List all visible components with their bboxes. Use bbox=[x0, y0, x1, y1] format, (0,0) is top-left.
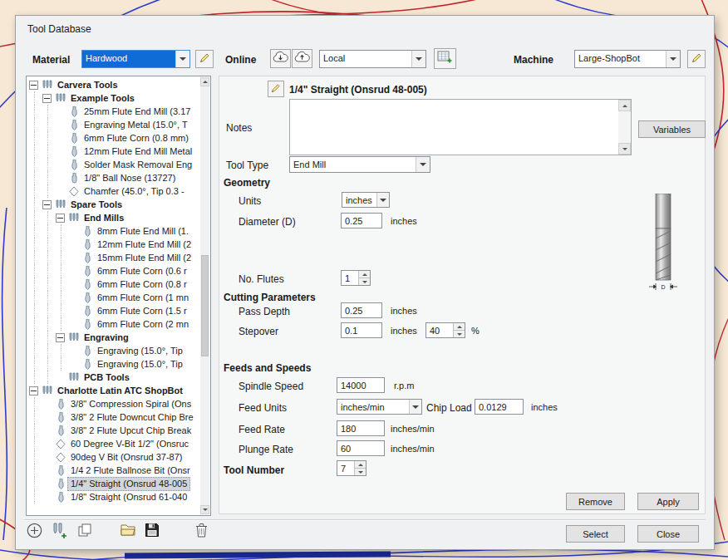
notes-textarea[interactable] bbox=[289, 99, 632, 155]
edit-material-button[interactable] bbox=[195, 50, 214, 68]
tree-item-18[interactable]: 6mm Flute Corn (2 mn bbox=[28, 317, 199, 331]
scroll-down-icon[interactable] bbox=[200, 505, 209, 514]
tree-collapse-icon[interactable] bbox=[56, 333, 65, 342]
tree-item-label[interactable]: 6mm Flute Corn (2 mn bbox=[94, 317, 192, 332]
tree-item-17[interactable]: 6mm Flute Corn (1.5 r bbox=[28, 304, 199, 317]
tree-item-4[interactable]: 6mm Flute Corn (0.8 mm) bbox=[28, 131, 199, 145]
tree-item-label[interactable]: 6mm Flute Corn (1 mn bbox=[94, 291, 192, 305]
tree-item-14[interactable]: 6mm Flute Corn (0.6 r bbox=[28, 264, 199, 278]
plunge-rate-input[interactable]: 60 bbox=[337, 440, 385, 456]
tree-item-label[interactable]: Charlotte Latin ATC ShopBot bbox=[54, 384, 186, 398]
scrollbar-thumb[interactable] bbox=[201, 255, 209, 356]
tree-item-0[interactable]: Carvera Tools bbox=[28, 78, 199, 91]
tree-item-label[interactable]: 60 Degree V-Bit 1/2" (Onsruc bbox=[67, 437, 192, 451]
tree-item-20[interactable]: Engraving (15.0°, Tip bbox=[28, 344, 199, 357]
notes-scrollbar[interactable] bbox=[618, 100, 631, 155]
tree-item-15[interactable]: 6mm Flute Corn (0.8 r bbox=[28, 278, 199, 291]
tree-item-8[interactable]: Chamfer (45.0°, Tip 0.3 - bbox=[28, 184, 199, 198]
save-database-button[interactable] bbox=[142, 522, 162, 542]
open-database-button[interactable] bbox=[118, 522, 138, 542]
machine-combobox[interactable]: Large-ShopBot bbox=[574, 50, 681, 68]
tree-item-label[interactable]: 3/8" 2 Flute Upcut Chip Break bbox=[67, 424, 194, 438]
tree-item-label[interactable]: 3/8" 2 Flute Downcut Chip Bre bbox=[67, 410, 197, 425]
tree-collapse-icon[interactable] bbox=[56, 214, 65, 223]
tree-collapse-icon[interactable] bbox=[42, 200, 52, 209]
material-combobox[interactable]: Hardwood bbox=[81, 50, 190, 68]
tree-item-label[interactable]: 1/4 2 Flute Ballnose Bit (Onsr bbox=[67, 464, 194, 478]
tree-item-label[interactable]: 12mm Flute End Mill (2 bbox=[94, 238, 194, 252]
copy-tool-button[interactable] bbox=[75, 522, 95, 542]
tree-item-3[interactable]: Engraving Metal (15.0°, T bbox=[28, 118, 199, 131]
tree-item-label[interactable]: Carvera Tools bbox=[54, 78, 121, 92]
close-button[interactable]: Close bbox=[637, 525, 699, 543]
tree-item-23[interactable]: Charlotte Latin ATC ShopBot bbox=[28, 384, 199, 397]
spin-up-icon[interactable] bbox=[359, 271, 370, 278]
add-tool-button[interactable] bbox=[24, 522, 44, 542]
tree-scrollbar[interactable] bbox=[200, 77, 209, 514]
diameter-input[interactable]: 0.25 bbox=[341, 213, 382, 228]
chevron-down-icon[interactable] bbox=[376, 193, 389, 207]
tool-type-value[interactable]: End Mill bbox=[290, 157, 416, 172]
chevron-down-icon[interactable] bbox=[411, 51, 425, 67]
tree-item-label[interactable]: PCB Tools bbox=[81, 371, 133, 385]
apply-button[interactable]: Apply bbox=[637, 493, 699, 510]
tree-item-24[interactable]: 3/8" Compression Spiral (Ons bbox=[28, 397, 199, 410]
tree-item-label[interactable]: Spare Tools bbox=[67, 198, 125, 212]
tree-item-label[interactable]: 6mm Flute Corn (0.8 r bbox=[94, 278, 190, 292]
tree-item-2[interactable]: 25mm Flute End Mill (3.17 bbox=[28, 105, 199, 118]
edit-tool-name-button[interactable] bbox=[268, 81, 284, 97]
tree-item-25[interactable]: 3/8" 2 Flute Downcut Chip Bre bbox=[28, 410, 199, 424]
tree-item-label[interactable]: Engraving bbox=[81, 331, 132, 345]
tree-item-label[interactable]: 25mm Flute End Mill (3.17 bbox=[81, 105, 194, 119]
remove-button[interactable]: Remove bbox=[566, 493, 625, 510]
tree-item-26[interactable]: 3/8" 2 Flute Upcut Chip Break bbox=[28, 424, 199, 437]
tree-item-label[interactable]: 1/8" Ball Nose (13727) bbox=[81, 171, 179, 185]
tree-item-label[interactable]: Example Tools bbox=[67, 91, 138, 106]
select-button[interactable]: Select bbox=[566, 525, 625, 543]
flutes-stepper[interactable]: 1 bbox=[341, 270, 371, 286]
pass-depth-input[interactable]: 0.25 bbox=[341, 302, 382, 318]
tree-item-30[interactable]: 1/4" Straight (Onsrud 48-005 bbox=[28, 477, 199, 490]
tree-item-label[interactable]: Engraving (15.0°, Tip bbox=[94, 357, 186, 371]
tree-collapse-icon[interactable] bbox=[29, 386, 38, 395]
tree-item-label[interactable]: 6mm Flute Corn (0.8 mm) bbox=[81, 131, 192, 145]
scroll-up-icon[interactable] bbox=[200, 77, 209, 86]
tree-item-label[interactable]: 12mm Flute End Mill Metal bbox=[81, 145, 195, 159]
tree-item-label[interactable]: 90deg V Bit (Onsrud 37-87) bbox=[67, 450, 186, 464]
feed-rate-input[interactable]: 180 bbox=[337, 420, 385, 436]
tree-item-10[interactable]: End Mills bbox=[28, 211, 199, 224]
stepover-input[interactable]: 0.1 bbox=[341, 322, 382, 338]
spindle-speed-input[interactable]: 14000 bbox=[337, 377, 385, 393]
tree-item-27[interactable]: 60 Degree V-Bit 1/2" (Onsruc bbox=[28, 437, 199, 450]
chevron-down-icon[interactable] bbox=[666, 51, 680, 67]
edit-machine-button[interactable] bbox=[687, 50, 706, 68]
tree-item-21[interactable]: Engraving (15.0°, Tip bbox=[28, 357, 199, 371]
spin-down-icon[interactable] bbox=[355, 469, 366, 475]
stepover-percent-value[interactable]: 40 bbox=[426, 323, 453, 337]
database-source-value[interactable]: Local bbox=[320, 51, 411, 67]
tree-item-label[interactable]: Engraving (15.0°, Tip bbox=[94, 344, 186, 358]
feed-units-value[interactable]: inches/min bbox=[337, 400, 409, 414]
notes-text[interactable] bbox=[293, 101, 614, 153]
tree-item-11[interactable]: 8mm Flute End Mill (1. bbox=[28, 224, 199, 238]
material-combobox-value[interactable]: Hardwood bbox=[82, 51, 175, 67]
tree-item-label[interactable]: 6mm Flute Corn (1.5 r bbox=[94, 304, 190, 318]
variables-button[interactable]: Variables bbox=[638, 120, 706, 138]
tree-item-label[interactable]: End Mills bbox=[81, 211, 127, 225]
tree-item-label[interactable]: 6mm Flute Corn (0.6 r bbox=[94, 264, 190, 278]
tree-item-31[interactable]: 1/8" Straight (Onsrud 61-040 bbox=[28, 490, 199, 504]
spin-down-icon[interactable] bbox=[359, 278, 370, 285]
tree-item-label[interactable]: 1/8" Straight (Onsrud 61-040 bbox=[67, 490, 190, 504]
tree-item-7[interactable]: 1/8" Ball Nose (13727) bbox=[28, 171, 199, 184]
tree-item-19[interactable]: Engraving bbox=[28, 331, 199, 344]
tree-item-9[interactable]: Spare Tools bbox=[28, 198, 199, 211]
tree-item-28[interactable]: 90deg V Bit (Onsrud 37-87) bbox=[28, 450, 199, 464]
chevron-down-icon[interactable] bbox=[175, 51, 189, 67]
tree-collapse-icon[interactable] bbox=[29, 81, 38, 90]
tree-item-1[interactable]: Example Tools bbox=[28, 91, 199, 105]
upload-tools-button[interactable] bbox=[292, 49, 312, 68]
chevron-down-icon[interactable] bbox=[416, 157, 430, 172]
tree-item-label[interactable]: 15mm Flute End Mill (2 bbox=[94, 251, 194, 265]
spin-up-icon[interactable] bbox=[355, 461, 366, 469]
flutes-value[interactable]: 1 bbox=[342, 271, 358, 285]
